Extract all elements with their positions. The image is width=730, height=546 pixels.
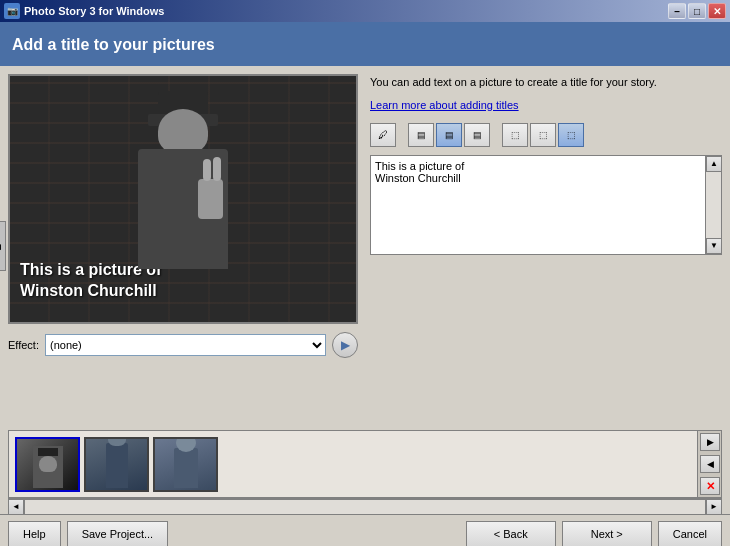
effect-row: Effect: (none) Black and White Sepia Wat… [8, 332, 358, 358]
title-bar-controls: – □ ✕ [668, 3, 726, 19]
churchill-figure [123, 109, 243, 289]
app-icon: 📷 [4, 3, 20, 19]
right-panel: You can add text on a picture to create … [370, 74, 722, 418]
hand [198, 179, 223, 219]
filmstrip-scrollbar: ◄ ► [8, 498, 722, 514]
filmstrip: ▶ ◀ ✕ [8, 430, 722, 498]
position-bottom-button[interactable]: ⬚ [558, 123, 584, 147]
filmstrip-thumb-1[interactable] [84, 437, 149, 492]
next-image-button[interactable]: ▶ [332, 332, 358, 358]
align-center-icon: ▤ [445, 130, 454, 140]
alignment-group: ▤ ▤ ▤ [408, 123, 490, 147]
next-button[interactable]: Next > [562, 521, 652, 546]
info-text: You can add text on a picture to create … [370, 74, 722, 91]
effect-select[interactable]: (none) Black and White Sepia Watercolor [45, 334, 326, 356]
position-top-icon: ⬚ [511, 130, 520, 140]
align-left-button[interactable]: ▤ [408, 123, 434, 147]
align-center-button[interactable]: ▤ [436, 123, 462, 147]
close-button[interactable]: ✕ [708, 3, 726, 19]
align-left-icon: ▤ [417, 130, 426, 140]
filmstrip-thumb-2[interactable] [153, 437, 218, 492]
coat [138, 149, 228, 269]
window-header: Add a title to your pictures [0, 22, 730, 66]
title-bar-text: Photo Story 3 for Windows [24, 5, 164, 17]
filmstrip-move-left[interactable]: ◀ [700, 455, 720, 473]
filmstrip-move-right[interactable]: ▶ [700, 433, 720, 451]
position-group: ⬚ ⬚ ⬚ [502, 123, 584, 147]
position-bottom-icon: ⬚ [567, 130, 576, 140]
position-top-button[interactable]: ⬚ [502, 123, 528, 147]
scroll-up-arrow[interactable]: ▲ [706, 156, 722, 172]
main-image-frame: This is a picture ofWinston Churchill [8, 74, 358, 324]
figure-body [123, 109, 243, 289]
back-button[interactable]: < Back [466, 521, 556, 546]
title-bar: 📷 Photo Story 3 for Windows – □ ✕ [0, 0, 730, 22]
scroll-right-arrow[interactable]: ► [706, 499, 722, 515]
caption-text-area[interactable]: This is a picture of Winston Churchill [371, 156, 705, 254]
align-right-icon: ▤ [473, 130, 482, 140]
learn-more-link[interactable]: Learn more about adding titles [370, 99, 722, 111]
scroll-track [706, 172, 721, 238]
effect-label: Effect: [8, 339, 39, 351]
minimize-button[interactable]: – [668, 3, 686, 19]
align-right-button[interactable]: ▤ [464, 123, 490, 147]
save-project-button[interactable]: Save Project... [67, 521, 169, 546]
filmstrip-thumbs [9, 431, 697, 497]
finger1 [203, 159, 211, 181]
page-title: Add a title to your pictures [8, 30, 722, 62]
format-icon: 🖊 [378, 129, 388, 140]
scroll-left-arrow[interactable]: ◄ [8, 499, 24, 515]
bottom-bar: Help Save Project... < Back Next > Cance… [0, 514, 730, 546]
maximize-button[interactable]: □ [688, 3, 706, 19]
text-toolbar: 🖊 ▤ ▤ ▤ ⬚ ⬚ [370, 123, 722, 147]
format-text-button[interactable]: 🖊 [370, 123, 396, 147]
filmstrip-delete[interactable]: ✕ [700, 477, 720, 495]
position-middle-button[interactable]: ⬚ [530, 123, 556, 147]
help-button[interactable]: Help [8, 521, 61, 546]
finger2 [213, 157, 221, 181]
h-scroll-track [24, 499, 706, 515]
image-bg: This is a picture ofWinston Churchill [10, 76, 356, 322]
left-panel: ◄ [8, 74, 358, 418]
scroll-down-arrow[interactable]: ▼ [706, 238, 722, 254]
content-area: ◄ [0, 66, 730, 426]
filmstrip-controls: ▶ ◀ ✕ [697, 431, 721, 497]
position-middle-icon: ⬚ [539, 130, 548, 140]
filmstrip-thumb-0[interactable] [15, 437, 80, 492]
text-area-wrapper: This is a picture of Winston Churchill ▲… [370, 155, 722, 255]
text-scrollbar: ▲ ▼ [705, 156, 721, 254]
nav-left-arrow[interactable]: ◄ [0, 221, 6, 271]
head [158, 109, 208, 154]
cancel-button[interactable]: Cancel [658, 521, 722, 546]
